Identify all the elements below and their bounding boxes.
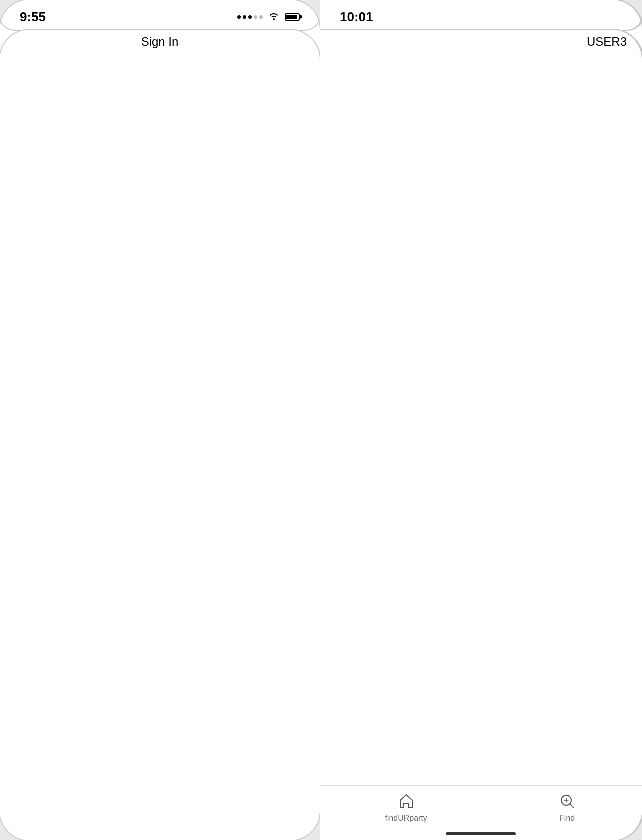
status-bar-left: 9:55 — [0, 0, 320, 30]
signal-dot-5 — [260, 15, 263, 19]
home-icon — [397, 792, 416, 811]
signal-dot-3 — [248, 15, 252, 19]
nav-title-right: USER3 — [587, 35, 627, 48]
status-icons-left — [238, 11, 300, 23]
battery-fill — [286, 15, 298, 19]
signal-dot-1 — [238, 15, 241, 19]
tab-findurparty-label: findURparty — [385, 814, 427, 823]
svg-line-1 — [570, 804, 574, 808]
tab-find-label: Find — [560, 814, 575, 823]
battery-icon — [285, 13, 300, 21]
nav-bar-right: USER3 — [320, 30, 642, 840]
tab-find[interactable]: Find — [558, 792, 577, 823]
tab-findurparty[interactable]: findURparty — [385, 792, 427, 823]
signal-dot-4 — [254, 15, 258, 19]
nav-title-left: Sign In — [142, 35, 179, 48]
left-phone: 9:55 Sign In findURparty — [0, 0, 320, 840]
status-time-right: 10:01 — [340, 9, 374, 25]
wifi-icon — [268, 11, 280, 23]
home-indicator-right — [446, 832, 516, 835]
nav-bar-left: Sign In — [0, 30, 320, 840]
signal-dots — [238, 15, 263, 19]
right-phone: 10:01 USER3 16 Pa Pre Name: AuroraHometo… — [320, 0, 642, 840]
signal-dot-2 — [243, 15, 246, 19]
find-icon — [558, 792, 577, 811]
status-time-left: 9:55 — [20, 9, 46, 25]
status-bar-right: 10:01 — [320, 0, 642, 30]
